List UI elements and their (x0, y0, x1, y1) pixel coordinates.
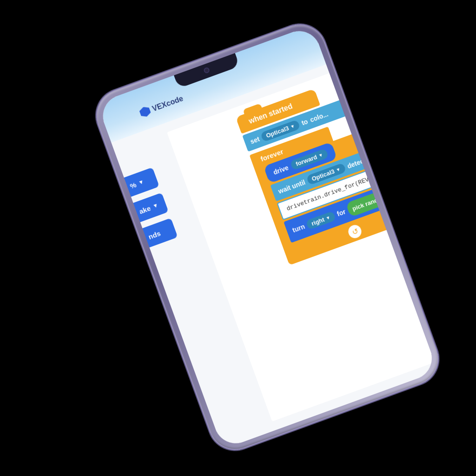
app-title: VEXcode (139, 93, 185, 119)
to-connector: to (400, 186, 408, 194)
vexcode-logo-icon (139, 105, 152, 118)
blocks-container: when started set Optical3 ▼ to colo... (236, 67, 427, 265)
right-pill[interactable]: right ▼ (305, 211, 336, 230)
loop-arrow-icon: ↺ (350, 226, 359, 237)
phone-screen: VEXcode % ▼ ake ▼ (97, 25, 438, 450)
dropdown-arrow-optical-icon: ▼ (335, 166, 341, 173)
drive-label: drive (272, 164, 290, 176)
color-value: colo... (309, 110, 329, 124)
dropdown-arrow-icon: ▼ (290, 123, 296, 130)
for-label: for (336, 208, 347, 218)
value2: 1... (407, 182, 417, 192)
camera-notch (203, 67, 210, 74)
set-label: set (249, 135, 260, 145)
to-label: to (300, 118, 309, 127)
turn-label: turn (291, 223, 306, 234)
wait-label: wait until (277, 178, 306, 195)
value-90: 90 (386, 186, 401, 201)
loop-arrow-inner: ↺ (346, 223, 363, 240)
dropdown-arrow-direction-icon: ▼ (317, 152, 324, 159)
detect-suffix: r... (370, 152, 380, 161)
app-title-text: VEXcode (151, 94, 184, 113)
scene: VEXcode % ▼ ake ▼ (0, 0, 476, 476)
dropdown-arrow-turn-icon: ▼ (325, 214, 331, 221)
phone-wrapper: VEXcode % ▼ ake ▼ (89, 17, 446, 457)
